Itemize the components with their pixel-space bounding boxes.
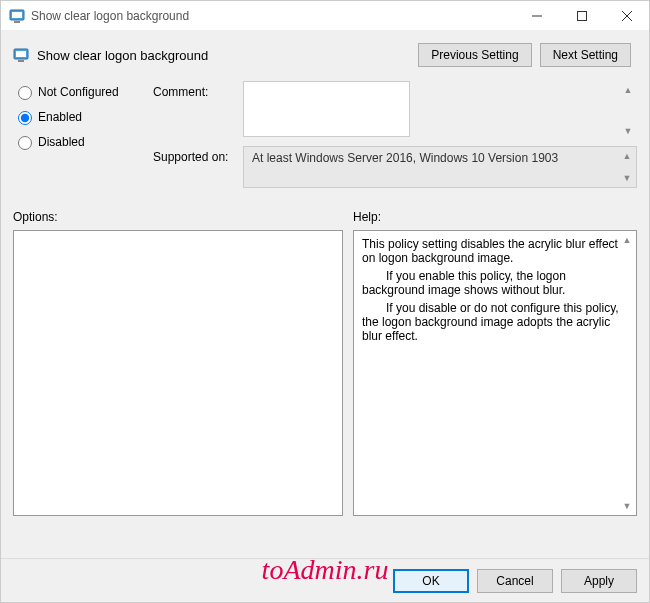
scroll-down-icon[interactable]: ▼ bbox=[621, 124, 635, 138]
options-panel bbox=[13, 230, 343, 516]
config-block: Not Configured Enabled Disabled Comment:… bbox=[13, 75, 637, 194]
close-button[interactable] bbox=[604, 1, 649, 30]
lower-panels: Options: Help: This policy setting disab… bbox=[13, 210, 637, 516]
help-paragraph-2: If you enable this policy, the logon bac… bbox=[362, 269, 628, 297]
policy-header: Show clear logon background Previous Set… bbox=[13, 39, 637, 75]
radio-not-configured[interactable]: Not Configured bbox=[13, 83, 153, 100]
apply-button[interactable]: Apply bbox=[561, 569, 637, 593]
supported-on-text: At least Windows Server 2016, Windows 10… bbox=[252, 151, 558, 165]
cancel-button[interactable]: Cancel bbox=[477, 569, 553, 593]
help-paragraph-1: This policy setting disables the acrylic… bbox=[362, 237, 628, 265]
options-label: Options: bbox=[13, 210, 343, 224]
ok-button[interactable]: OK bbox=[393, 569, 469, 593]
policy-icon bbox=[13, 47, 29, 63]
radio-enabled[interactable]: Enabled bbox=[13, 108, 153, 125]
app-icon bbox=[9, 8, 25, 24]
radio-disabled[interactable]: Disabled bbox=[13, 133, 153, 150]
supported-on-label: Supported on: bbox=[153, 146, 243, 164]
help-panel: This policy setting disables the acrylic… bbox=[353, 230, 637, 516]
scroll-up-icon[interactable]: ▲ bbox=[621, 83, 635, 97]
next-setting-button[interactable]: Next Setting bbox=[540, 43, 631, 67]
radio-enabled-label: Enabled bbox=[38, 110, 82, 124]
svg-rect-9 bbox=[18, 60, 24, 62]
help-text: This policy setting disables the acrylic… bbox=[362, 237, 628, 343]
supported-on-value: At least Windows Server 2016, Windows 10… bbox=[243, 146, 637, 188]
svg-rect-1 bbox=[12, 12, 22, 18]
svg-rect-2 bbox=[14, 21, 20, 23]
content-area: Show clear logon background Previous Set… bbox=[1, 31, 649, 602]
svg-rect-8 bbox=[16, 51, 26, 57]
dialog-footer: OK Cancel Apply bbox=[1, 558, 649, 602]
window-title: Show clear logon background bbox=[31, 9, 189, 23]
help-paragraph-3: If you disable or do not configure this … bbox=[362, 301, 628, 343]
titlebar: Show clear logon background bbox=[1, 1, 649, 31]
state-radio-group: Not Configured Enabled Disabled bbox=[13, 81, 153, 194]
radio-disabled-input[interactable] bbox=[18, 136, 32, 150]
maximize-button[interactable] bbox=[559, 1, 604, 30]
scroll-up-icon[interactable]: ▲ bbox=[620, 233, 634, 247]
radio-not-configured-label: Not Configured bbox=[38, 85, 119, 99]
svg-rect-4 bbox=[577, 11, 586, 20]
radio-not-configured-input[interactable] bbox=[18, 86, 32, 100]
comment-textarea[interactable] bbox=[243, 81, 410, 137]
window-buttons bbox=[514, 1, 649, 30]
minimize-button[interactable] bbox=[514, 1, 559, 30]
policy-name: Show clear logon background bbox=[37, 48, 208, 63]
scroll-up-icon[interactable]: ▲ bbox=[620, 149, 634, 163]
scroll-down-icon[interactable]: ▼ bbox=[620, 499, 634, 513]
help-label: Help: bbox=[353, 210, 637, 224]
scroll-down-icon[interactable]: ▼ bbox=[620, 171, 634, 185]
radio-disabled-label: Disabled bbox=[38, 135, 85, 149]
previous-setting-button[interactable]: Previous Setting bbox=[418, 43, 531, 67]
radio-enabled-input[interactable] bbox=[18, 111, 32, 125]
comment-label: Comment: bbox=[153, 81, 243, 99]
